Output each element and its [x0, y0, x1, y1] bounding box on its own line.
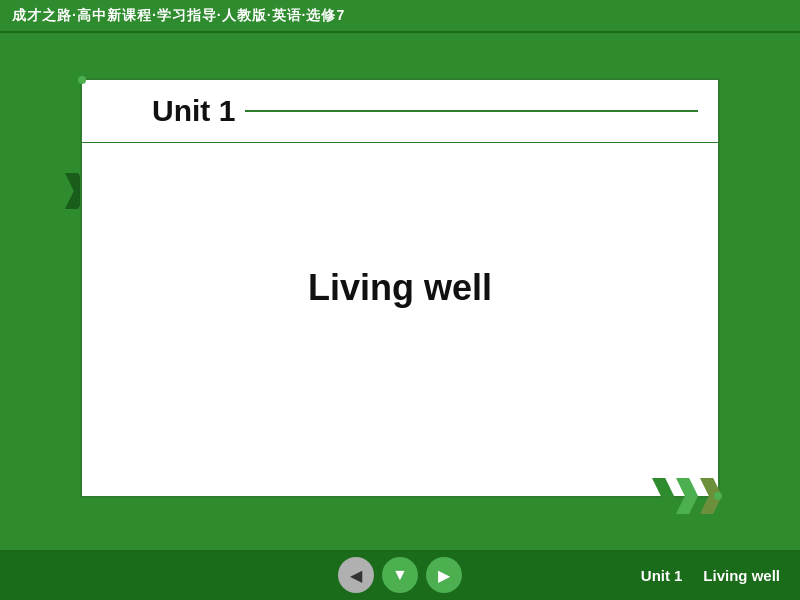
chevron-right-1: [652, 478, 674, 514]
subtitle-text: Living well: [308, 267, 492, 309]
unit-title-area: Unit 1: [82, 80, 718, 143]
next-button[interactable]: ▶: [426, 557, 462, 593]
right-chevrons-decoration: [652, 478, 748, 514]
content-card: Unit 1 Living well: [80, 78, 720, 498]
main-content: Unit 1 Living well: [0, 33, 800, 543]
footer-unit-label: Unit 1: [641, 567, 683, 584]
prev-button[interactable]: ◀: [338, 557, 374, 593]
down-button[interactable]: ▼: [382, 557, 418, 593]
chevron-right-3: [700, 478, 722, 514]
chevron-right-4: [724, 478, 746, 514]
footer-living-label: Living well: [703, 567, 780, 584]
title-divider-line: [245, 110, 698, 112]
header-title: 成才之路·高中新课程·学习指导·人教版·英语·选修7: [12, 7, 345, 23]
footer-bar: ◀ ▼ ▶ Unit 1 Living well: [0, 550, 800, 600]
unit-title: Unit 1: [152, 94, 235, 128]
footer-unit-info: Unit 1 Living well: [641, 567, 780, 584]
chevron-right-2: [676, 478, 698, 514]
navigation-buttons: ◀ ▼ ▶: [338, 557, 462, 593]
header-bar: 成才之路·高中新课程·学习指导·人教版·英语·选修7: [0, 0, 800, 33]
